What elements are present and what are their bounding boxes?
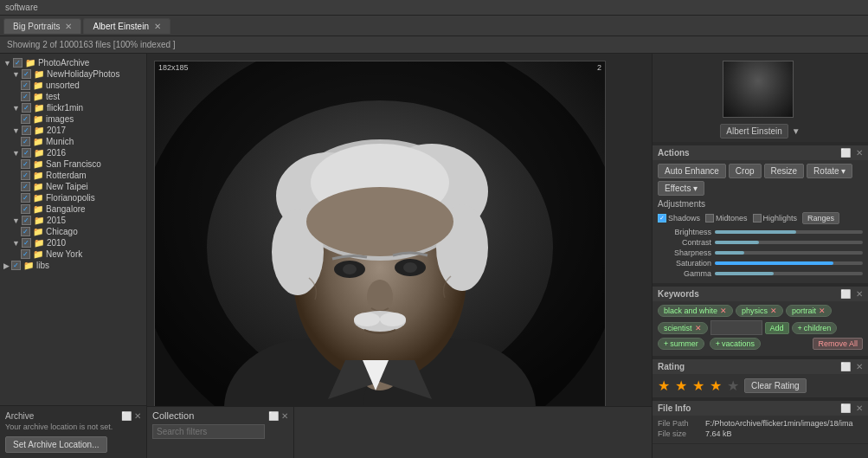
tree-item-new-taipei[interactable]: 📁 New Taipei (0, 181, 146, 192)
checkbox[interactable] (11, 261, 21, 270)
tree-item-2010[interactable]: ▼ 📁 2010 (0, 237, 146, 248)
close-tab-albert-einstein[interactable]: ✕ (154, 22, 161, 31)
minimize-icon[interactable]: ⬜ (840, 148, 851, 158)
rotate-button[interactable]: Rotate ▾ (807, 164, 852, 178)
keyword-tag-physics[interactable]: physics ✕ (736, 305, 783, 317)
checkbox[interactable] (21, 137, 30, 146)
crop-button[interactable]: Crop (729, 164, 762, 178)
minimize-icon[interactable]: ⬜ (840, 403, 851, 413)
checkbox[interactable] (22, 238, 31, 248)
remove-keyword-icon[interactable]: ✕ (819, 306, 826, 315)
search-filters-input[interactable] (152, 424, 265, 439)
keyword-tag-vacations[interactable]: + vacations (710, 338, 761, 350)
close-icon[interactable]: ✕ (856, 289, 863, 299)
auto-enhance-button[interactable]: Auto Enhance (658, 164, 726, 178)
collection-icons: ⬜ ✕ (268, 411, 288, 421)
saturation-slider[interactable] (715, 261, 863, 265)
tree-item-munich[interactable]: 📁 Munich (0, 136, 146, 147)
star-3[interactable]: ★ (692, 377, 704, 394)
folder-icon: 📁 (33, 227, 43, 236)
tab-big-portraits[interactable]: Big Portraits ✕ (3, 18, 81, 34)
checkbox[interactable] (21, 249, 30, 259)
checkbox[interactable] (22, 103, 31, 113)
close-tab-big-portraits[interactable]: ✕ (65, 22, 72, 31)
tree-item-newholidayphotos[interactable]: ▼ 📁 NewHolidayPhotos (0, 68, 146, 80)
star-5[interactable]: ★ (727, 377, 739, 394)
photo-grid[interactable]: 2 182x185 (147, 54, 652, 406)
midtones-checkbox-item[interactable]: Midtones (705, 214, 748, 223)
checkbox[interactable] (21, 182, 30, 191)
remove-keyword-icon[interactable]: ✕ (720, 306, 727, 315)
tree-item-libs[interactable]: ▶ 📁 libs (0, 260, 146, 271)
tree-item-flickr1min[interactable]: ▼ 📁 flickr1min (0, 102, 146, 113)
checkbox[interactable] (22, 216, 31, 225)
close-icon[interactable]: ✕ (856, 362, 863, 371)
sharpness-slider[interactable] (715, 251, 863, 255)
midtones-checkbox[interactable] (705, 214, 714, 223)
keyword-tag-scientist[interactable]: scientist ✕ (658, 322, 708, 334)
keyword-input[interactable] (710, 320, 762, 335)
close-icon[interactable]: ✕ (856, 148, 863, 158)
tree-item-images[interactable]: 📁 images (0, 113, 146, 125)
checkbox[interactable] (21, 171, 30, 180)
archive-title: Archive (5, 411, 34, 421)
folder-tree[interactable]: ▼ 📁 PhotoArchive ▼ 📁 NewHolidayPhotos 📁 … (0, 54, 146, 405)
keyword-tag-black-white[interactable]: black and white ✕ (658, 305, 733, 317)
contrast-slider[interactable] (715, 241, 863, 244)
keyword-add-button[interactable]: Add (765, 322, 789, 334)
tree-item-bangalore[interactable]: 📁 Bangalore (0, 203, 146, 215)
photo-item-main[interactable]: 2 182x185 (154, 61, 606, 406)
shadows-checkbox[interactable] (658, 214, 666, 223)
brightness-label: Brightness (658, 228, 711, 236)
minimize-icon[interactable]: ⬜ (840, 289, 851, 299)
tree-item-san-francisco[interactable]: 📁 San Francisco (0, 158, 146, 170)
remove-all-button[interactable]: Remove All (813, 338, 863, 350)
ranges-button[interactable]: Ranges (802, 212, 839, 224)
highlights-checkbox-item[interactable]: Highlights (753, 214, 798, 223)
keyword-tag-summer[interactable]: + summer (658, 338, 704, 350)
checkbox[interactable] (21, 92, 30, 101)
remove-keyword-icon[interactable]: ✕ (770, 306, 777, 315)
tree-item-photoarchive[interactable]: ▼ 📁 PhotoArchive (0, 57, 146, 68)
checkbox[interactable] (21, 159, 30, 169)
star-4[interactable]: ★ (710, 377, 722, 394)
tree-item-2015[interactable]: ▼ 📁 2015 (0, 215, 146, 226)
highlights-checkbox[interactable] (753, 214, 762, 223)
dropdown-icon[interactable]: ▼ (792, 126, 800, 136)
checkbox[interactable] (22, 126, 31, 135)
tree-item-new-york[interactable]: 📁 New York (0, 248, 146, 260)
tree-item-florianopolis[interactable]: 📁 Florianopolis (0, 192, 146, 203)
checkbox[interactable] (21, 114, 30, 124)
tree-item-2017[interactable]: ▼ 📁 2017 (0, 125, 146, 136)
minimize-icon[interactable]: ⬜ (840, 362, 851, 371)
tree-item-rotterdam[interactable]: 📁 Rotterdam (0, 170, 146, 181)
close-icon[interactable]: ✕ (856, 403, 863, 413)
keyword-tag-children[interactable]: + children (792, 322, 838, 334)
effects-button[interactable]: Effects ▾ (658, 181, 704, 196)
checkbox-photoarchive[interactable] (13, 58, 23, 68)
tab-albert-einstein[interactable]: Albert Einstein ✕ (83, 18, 170, 34)
star-2[interactable]: ★ (675, 377, 687, 394)
checkbox[interactable] (22, 148, 31, 158)
tree-item-chicago[interactable]: 📁 Chicago (0, 226, 146, 237)
checkbox[interactable] (21, 204, 30, 214)
gamma-slider[interactable] (715, 272, 863, 275)
tree-item-2016[interactable]: ▼ 📁 2016 (0, 147, 146, 158)
tree-item-test[interactable]: 📁 test (0, 91, 146, 102)
star-1[interactable]: ★ (658, 377, 670, 394)
checkbox[interactable] (21, 81, 30, 90)
checkbox[interactable] (22, 69, 31, 79)
keyword-tag-portrait[interactable]: portrait ✕ (786, 305, 832, 317)
resize-button[interactable]: Resize (764, 164, 805, 178)
status-text: Showing 2 of 1000163 files [100% indexed… (7, 40, 176, 49)
tree-item-unsorted[interactable]: 📁 unsorted (0, 80, 146, 91)
remove-keyword-icon[interactable]: ✕ (695, 324, 702, 332)
shadows-checkbox-item[interactable]: Shadows (658, 214, 700, 223)
checkbox[interactable] (21, 227, 30, 236)
checkbox[interactable] (21, 193, 30, 203)
set-archive-button[interactable]: Set Archive Location... (5, 436, 107, 453)
brightness-slider[interactable] (715, 230, 863, 234)
einstein-svg (155, 61, 605, 406)
clear-rating-button[interactable]: Clear Rating (744, 378, 807, 393)
arrow-icon: ▶ (3, 261, 10, 270)
